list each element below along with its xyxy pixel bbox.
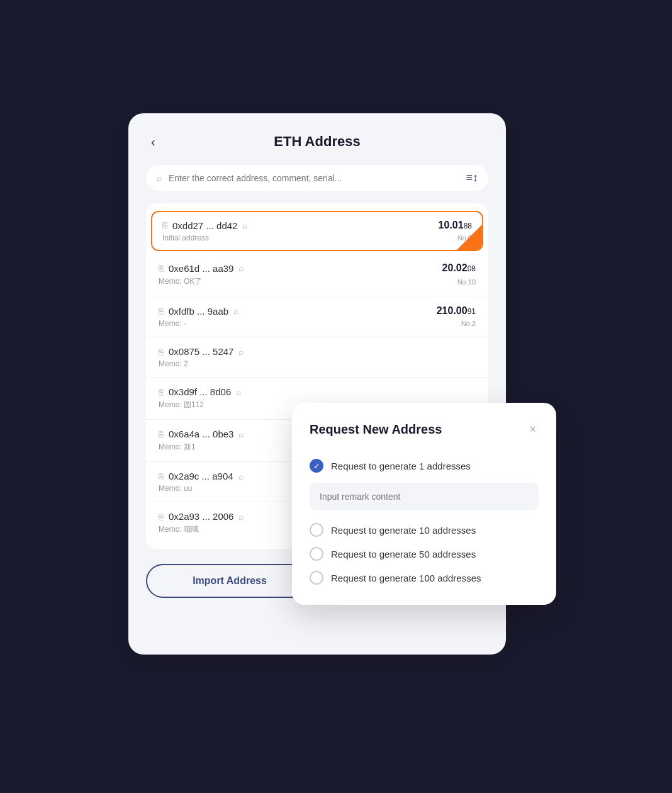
radio-circle-3: [310, 547, 323, 561]
no-badge: No.2: [461, 320, 476, 327]
search-bar: ⌕ ≡↕: [146, 165, 488, 191]
search-addr-icon[interactable]: ⌕: [242, 220, 247, 230]
address-item[interactable]: ⎘ 0xdd27 ... dd42 ⌕ 10.0188 Initial addr…: [151, 211, 483, 251]
memo-text: Memo: uu: [159, 484, 192, 493]
address-item[interactable]: ⎘ 0x0875 ... 5247 ⌕ Memo: 2: [146, 337, 488, 378]
radio-option-1[interactable]: ✓ Request to generate 1 addresses: [310, 454, 539, 478]
main-container: ‹ ETH Address ⌕ ≡↕ ⎘ 0xdd27 ... dd42 ⌕ 1…: [128, 113, 544, 680]
modal-close-button[interactable]: ×: [527, 420, 539, 439]
no-badge: No.10: [457, 278, 476, 286]
address-amount: 210.0091: [437, 305, 476, 317]
modal-title: Request New Address: [310, 422, 442, 437]
address-text: 0x2a93 ... 2006: [169, 511, 233, 522]
request-new-address-modal: Request New Address × ✓ Request to gener…: [292, 403, 556, 605]
radio-label-3: Request to generate 50 addresses: [331, 549, 476, 560]
address-text: 0xe61d ... aa39: [169, 263, 233, 274]
search-input[interactable]: [169, 173, 459, 183]
address-text: 0xdd27 ... dd42: [172, 220, 237, 231]
filter-icon[interactable]: ≡↕: [466, 171, 478, 184]
memo-text: Memo: 圆112: [159, 400, 204, 410]
search-addr-icon[interactable]: ⌕: [238, 512, 244, 522]
search-addr-icon[interactable]: ⌕: [233, 306, 238, 316]
radio-option-3[interactable]: Request to generate 50 addresses: [310, 542, 539, 566]
memo-text: Memo: 2: [159, 359, 188, 368]
address-text: 0x3d9f ... 8d06: [169, 386, 231, 397]
radio-option-2[interactable]: Request to generate 10 addresses: [310, 518, 539, 542]
copy-icon[interactable]: ⎘: [159, 512, 164, 522]
memo-text: Memo: 哦哦: [159, 524, 199, 535]
copy-icon[interactable]: ⎘: [159, 347, 164, 357]
radio-label-2: Request to generate 10 addresses: [331, 525, 476, 536]
radio-circle-4: [310, 571, 323, 585]
radio-circle-2: [310, 523, 323, 537]
remark-input[interactable]: [310, 483, 539, 510]
memo-text: Memo: -: [159, 319, 186, 328]
search-addr-icon[interactable]: ⌕: [238, 429, 244, 439]
search-icon: ⌕: [156, 172, 162, 184]
copy-icon[interactable]: ⎘: [159, 471, 164, 481]
radio-option-4[interactable]: Request to generate 100 addresses: [310, 566, 539, 590]
address-text: 0x2a9c ... a904: [169, 471, 233, 481]
search-addr-icon[interactable]: ⌕: [236, 387, 241, 397]
search-addr-icon[interactable]: ⌕: [238, 471, 244, 481]
back-button[interactable]: ‹: [146, 132, 160, 152]
page-title: ETH Address: [274, 133, 360, 150]
address-item[interactable]: ⎘ 0xfdfb ... 9aab ⌕ 210.0091 Memo: - No.…: [146, 296, 488, 337]
address-text: 0x0875 ... 5247: [169, 346, 233, 357]
copy-icon[interactable]: ⎘: [159, 387, 164, 397]
radio-label-4: Request to generate 100 addresses: [331, 573, 481, 583]
import-address-button[interactable]: Import Address: [146, 564, 313, 598]
copy-icon[interactable]: ⎘: [159, 263, 164, 273]
copy-icon[interactable]: ⎘: [159, 429, 164, 439]
address-item[interactable]: ⎘ 0xe61d ... aa39 ⌕ 20.0208 Memo: OK了 No…: [146, 254, 488, 296]
memo-text: Initial address: [162, 233, 209, 242]
radio-label-1: Request to generate 1 addresses: [331, 461, 471, 471]
modal-header: Request New Address ×: [310, 420, 539, 439]
copy-icon[interactable]: ⎘: [159, 306, 164, 316]
address-text: 0x6a4a ... 0be3: [169, 429, 233, 439]
search-addr-icon[interactable]: ⌕: [238, 347, 244, 357]
radio-circle-1: ✓: [310, 459, 323, 473]
header: ‹ ETH Address: [146, 133, 488, 150]
checkmark-icon: ✓: [313, 462, 320, 470]
orange-corner: [457, 225, 482, 250]
search-addr-icon[interactable]: ⌕: [238, 263, 244, 273]
memo-text: Memo: 新1: [159, 442, 196, 453]
address-amount: 20.0208: [442, 262, 476, 274]
memo-text: Memo: OK了: [159, 276, 202, 287]
copy-icon[interactable]: ⎘: [162, 220, 167, 230]
address-text: 0xfdfb ... 9aab: [169, 306, 228, 317]
